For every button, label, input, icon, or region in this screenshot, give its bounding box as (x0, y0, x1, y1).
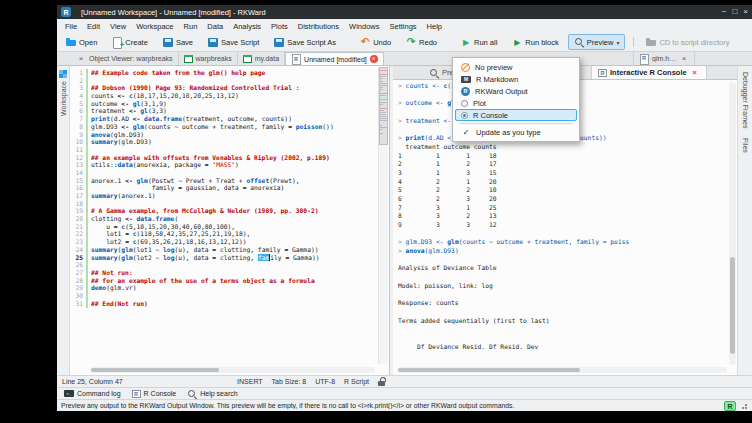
line-number: 15 (70, 177, 86, 185)
script-editor[interactable]: 1234567891011121314151617181920212223242… (70, 66, 390, 375)
save-button[interactable]: Save (157, 34, 202, 50)
sidebar-tab[interactable]: Files (742, 138, 749, 153)
line-number: 22 (70, 230, 86, 238)
text-line: treatment <- gl(3,3) (91, 107, 376, 115)
preview-menu-item[interactable]: R Markdown (455, 73, 577, 85)
command-log-tab[interactable]: Command log (60, 390, 125, 397)
text-line (91, 146, 376, 154)
lock-icon[interactable] (378, 377, 385, 386)
line-number: 7 (70, 115, 86, 123)
document-tab[interactable]: my.data (238, 52, 285, 65)
text-line: Response: counts (398, 299, 725, 308)
preview-menu-item[interactable]: RKWard Output (455, 85, 577, 97)
table-icon (243, 55, 252, 63)
text-line: Terms added sequentially (first to last) (398, 317, 725, 326)
line-number: 2 (70, 77, 86, 85)
undo-button[interactable]: Undo (354, 34, 400, 50)
menu-item[interactable]: Plots (266, 22, 293, 31)
tab-close-icon[interactable] (370, 55, 378, 63)
markdown-icon (461, 76, 471, 83)
menu-item[interactable]: Distributions (293, 22, 344, 31)
text-line: ## Example code taken from the glm() hel… (91, 69, 376, 77)
text-line: lot1 = c(118,58,42,35,27,25,21,19,18), (91, 230, 376, 238)
close-button[interactable]: × (743, 5, 748, 19)
line-number: 31 (70, 300, 86, 308)
text-line: summary(glm(lot2 ~ log(u), data = clotti… (91, 254, 376, 262)
text-line (398, 273, 725, 282)
line-number: 9 (70, 131, 86, 139)
text-line: Analysis of Deviance Table (398, 264, 725, 273)
code-area[interactable]: ## Example code taken from the glm() hel… (91, 69, 376, 363)
encoding[interactable]: UTF-8 (315, 378, 335, 385)
line-number-gutter: 1234567891011121314151617181920212223242… (70, 69, 86, 307)
modified-lines-marker (86, 69, 88, 308)
insert-mode[interactable]: INSERT (237, 378, 263, 385)
minimap-scrollbar[interactable] (378, 67, 388, 364)
text-line: treatment outcome counts (398, 143, 725, 152)
tab-close-icon[interactable] (679, 54, 689, 64)
sidebar-tab-workspace[interactable]: Workspace (60, 81, 67, 116)
save-script-button[interactable]: Save Script (202, 34, 268, 50)
document-tab[interactable]: Unnamed [modified] (285, 52, 384, 65)
menu-item[interactable]: Workspace (131, 22, 178, 31)
r-engine-status[interactable]: R (724, 401, 736, 411)
menu-item[interactable]: Edit (82, 22, 105, 31)
radio-checked-icon (461, 112, 468, 119)
console-horizontal-scrollbar[interactable] (397, 367, 727, 373)
minimize-button[interactable]: − (722, 5, 727, 19)
text-line: > anova(glm.D93) (398, 247, 725, 256)
preview-button[interactable]: Preview (568, 34, 626, 50)
text-line: ## for an example of the use of a terms … (91, 277, 376, 285)
document-tab-bar: Object Viewer: warpbreaks warpbreaks my.… (57, 52, 752, 66)
run-block-button[interactable]: Run block (506, 34, 567, 50)
resize-grip[interactable] (740, 402, 748, 410)
editor-horizontal-scrollbar[interactable] (90, 367, 375, 373)
menu-item[interactable]: File (60, 22, 82, 31)
document-tab[interactable]: warpbreaks (179, 52, 238, 65)
menu-item[interactable]: Analysis (228, 22, 266, 31)
menu-item[interactable]: Settings (384, 22, 421, 31)
text-line: glm.D93 <- glm(counts ~ outcome + treatm… (91, 123, 376, 131)
sidebar-tab[interactable]: Debugger Frames (742, 72, 749, 128)
close-icon (76, 54, 86, 64)
menu-item[interactable]: Help (422, 22, 447, 31)
save-icon (163, 37, 173, 47)
menu-item[interactable]: View (105, 22, 131, 31)
title-bar: [Unnamed Workspace] - Unnamed [modified]… (57, 5, 752, 19)
help-search-tab[interactable]: Help search (183, 389, 241, 399)
text-line: 6 2 3 20 (398, 195, 725, 204)
menu-item[interactable]: Run (179, 22, 203, 31)
save-script-as-button[interactable]: Save Script As (268, 34, 345, 50)
line-number: 25 (70, 254, 86, 262)
text-line (398, 291, 725, 300)
tab-close-icon[interactable] (690, 68, 700, 78)
r-console-tab[interactable]: R Console (128, 390, 181, 398)
open-button[interactable]: Open (60, 34, 106, 50)
maximize-button[interactable]: □ (732, 5, 737, 19)
line-number: 5 (70, 100, 86, 108)
undo-icon (360, 37, 370, 47)
preview-menu-item[interactable]: R Console (455, 109, 577, 121)
document-tab[interactable]: Object Viewer: warpbreaks (71, 52, 179, 65)
create-button[interactable]: Create (106, 34, 157, 50)
console-tab[interactable]: Interactive R Console (591, 66, 707, 79)
update-as-you-type-item[interactable]: Update as you type (455, 126, 577, 138)
console-vertical-scrollbar[interactable] (729, 82, 736, 365)
folder-gray-icon (646, 37, 656, 47)
tab-size[interactable]: Tab Size: 8 (272, 378, 307, 385)
redo-button[interactable]: Redo (400, 34, 446, 50)
run-all-button[interactable]: Run all (455, 34, 506, 50)
line-number: 16 (70, 184, 86, 192)
document-tab[interactable]: glm.h… (633, 52, 695, 65)
syntax-mode[interactable]: R Script (344, 378, 369, 385)
cd-to-script-directory-button[interactable]: CD to script directory (640, 34, 738, 50)
text-line: summary(anorex.1) (91, 192, 376, 200)
status-message-bar: Preview any output to the RKWard Output … (57, 399, 752, 411)
menu-item[interactable]: Data (202, 22, 228, 31)
preview-menu-item[interactable]: No preview (455, 61, 577, 73)
menu-item[interactable]: Windows (344, 22, 384, 31)
preview-menu-item[interactable]: Plot (455, 97, 577, 109)
text-line: 4 2 1 20 (398, 178, 725, 187)
line-number: 14 (70, 169, 86, 177)
text-line: clotting <- data.frame( (91, 215, 376, 223)
